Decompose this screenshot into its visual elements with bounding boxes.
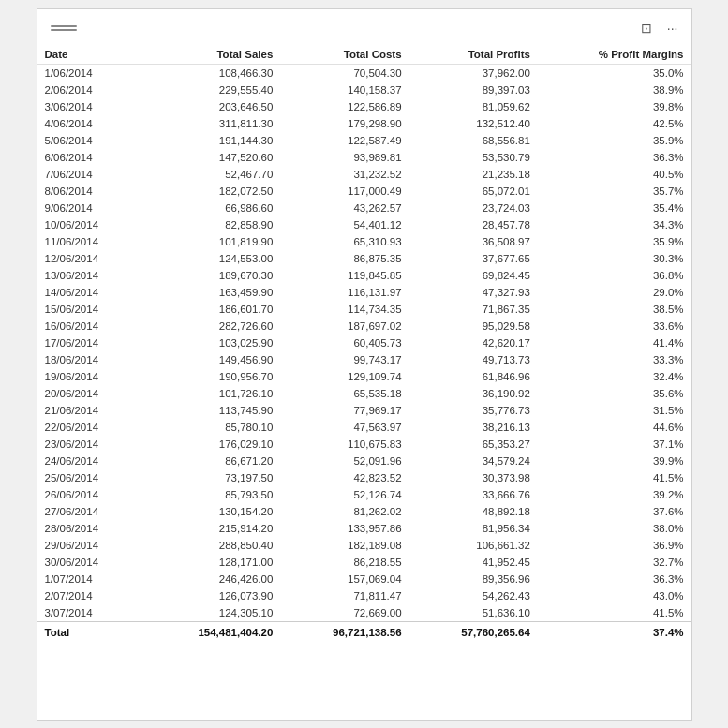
table-row: 17/06/2014103,025.9060,405.7342,620.1741… — [37, 334, 691, 351]
table-row: 24/06/201486,671.2052,091.9634,579.2439.… — [37, 453, 691, 469]
table-cell: 15/06/2014 — [37, 301, 143, 318]
table-cell: 82,858.90 — [142, 216, 280, 233]
table-cell: 99,743.17 — [280, 351, 409, 368]
col-profit-margins: % Profit Margins — [538, 43, 691, 65]
table-cell: 13/06/2014 — [37, 267, 143, 284]
table-cell: 21,235.18 — [409, 166, 538, 183]
table-cell: 117,000.49 — [280, 183, 409, 200]
table-cell: 77,969.17 — [280, 402, 409, 419]
table-cell: 39.8% — [538, 98, 691, 115]
table-cell: 22/06/2014 — [37, 419, 143, 436]
table-cell: 65,310.93 — [280, 233, 409, 250]
table-cell: 89,356.96 — [409, 571, 538, 587]
table-cell: 176,029.10 — [142, 436, 280, 453]
table-cell: 10/06/2014 — [37, 216, 143, 233]
table-cell: 36.9% — [538, 537, 691, 554]
table-row: 5/06/2014191,144.30122,587.4968,556.8135… — [37, 132, 691, 149]
table-cell: 37.6% — [538, 503, 691, 520]
table-row: 28/06/2014215,914.20133,957.8681,956.343… — [37, 520, 691, 537]
table-cell: 29.0% — [538, 284, 691, 301]
table-cell: 19/06/2014 — [37, 368, 143, 385]
table-cell: 54,262.43 — [409, 587, 538, 604]
table-cell: 126,073.90 — [142, 587, 280, 604]
table-cell: 42,823.52 — [280, 469, 409, 486]
table-row: 11/06/2014101,819.9065,310.9336,508.9735… — [37, 233, 691, 250]
table-cell: 49,713.73 — [409, 351, 538, 368]
table-cell: 65,072.01 — [409, 183, 538, 200]
table-cell: 190,956.70 — [142, 368, 280, 385]
table-row: 23/06/2014176,029.10110,675.8365,353.273… — [37, 436, 691, 453]
table-cell: 191,144.30 — [142, 132, 280, 149]
table-cell: 26/06/2014 — [37, 486, 143, 503]
table-cell: 2/07/2014 — [37, 587, 143, 604]
table-header-row: Date Total Sales Total Costs Total Profi… — [37, 43, 691, 65]
table-cell: 85,793.50 — [142, 486, 280, 503]
table-cell: 101,726.10 — [142, 385, 280, 402]
table-cell: 4/06/2014 — [37, 115, 143, 132]
table-cell: 41.5% — [538, 604, 691, 622]
table-cell: 28,457.78 — [409, 216, 538, 233]
footer-cell: 57,760,265.64 — [409, 621, 538, 643]
table-cell: 140,158.37 — [280, 82, 409, 98]
table-cell: 86,671.20 — [142, 453, 280, 469]
table-cell: 157,069.04 — [280, 571, 409, 587]
table-cell: 149,456.90 — [142, 351, 280, 368]
table-cell: 25/06/2014 — [37, 469, 143, 486]
table-row: 20/06/2014101,726.1065,535.1836,190.9235… — [37, 385, 691, 402]
table-cell: 35.4% — [538, 200, 691, 216]
table-cell: 1/07/2014 — [37, 571, 143, 587]
table-container[interactable]: Date Total Sales Total Costs Total Profi… — [37, 43, 691, 720]
table-cell: 36,190.92 — [409, 385, 538, 402]
table-cell: 37.1% — [538, 436, 691, 453]
table-row: 2/06/2014229,555.40140,158.3789,397.0338… — [37, 82, 691, 98]
table-row: 3/06/2014203,646.50122,586.8981,059.6239… — [37, 98, 691, 115]
expand-icon[interactable]: ⊡ — [637, 19, 656, 37]
table-row: 21/06/2014113,745.9077,969.1735,776.7331… — [37, 402, 691, 419]
table-cell: 35.0% — [538, 64, 691, 82]
table-cell: 3/07/2014 — [37, 604, 143, 622]
table-cell: 20/06/2014 — [37, 385, 143, 402]
table-cell: 85,780.10 — [142, 419, 280, 436]
table-cell: 282,726.60 — [142, 318, 280, 334]
table-row: 10/06/201482,858.9054,401.1228,457.7834.… — [37, 216, 691, 233]
footer-cell: Total — [37, 621, 143, 643]
table-cell: 44.6% — [538, 419, 691, 436]
table-cell: 32.7% — [538, 554, 691, 571]
table-cell: 81,956.34 — [409, 520, 538, 537]
table-footer-row: Total154,481,404.2096,721,138.5657,760,2… — [37, 621, 691, 643]
table-cell: 1/06/2014 — [37, 64, 143, 82]
table-cell: 61,846.96 — [409, 368, 538, 385]
table-cell: 30.3% — [538, 250, 691, 267]
table-cell: 106,661.32 — [409, 537, 538, 554]
table-cell: 38.9% — [538, 82, 691, 98]
table-cell: 27/06/2014 — [37, 503, 143, 520]
table-row: 14/06/2014163,459.90116,131.9747,327.932… — [37, 284, 691, 301]
footer-cell: 154,481,404.20 — [142, 621, 280, 643]
table-cell: 23/06/2014 — [37, 436, 143, 453]
table-cell: 36.3% — [538, 571, 691, 587]
table-cell: 215,914.20 — [142, 520, 280, 537]
table-cell: 124,305.10 — [142, 604, 280, 622]
table-cell: 31.5% — [538, 402, 691, 419]
table-cell: 43,262.57 — [280, 200, 409, 216]
table-cell: 52,467.70 — [142, 166, 280, 183]
table-cell: 18/06/2014 — [37, 351, 143, 368]
table-cell: 110,675.83 — [280, 436, 409, 453]
table-cell: 69,824.45 — [409, 267, 538, 284]
table-cell: 311,811.30 — [142, 115, 280, 132]
col-date: Date — [37, 43, 143, 65]
table-row: 2/07/2014126,073.9071,811.4754,262.4343.… — [37, 587, 691, 604]
table-cell: 86,875.35 — [280, 250, 409, 267]
table-cell: 124,553.00 — [142, 250, 280, 267]
table-cell: 30/06/2014 — [37, 554, 143, 571]
table-body: 1/06/2014108,466.3070,504.3037,962.0035.… — [37, 64, 691, 621]
table-cell: 32.4% — [538, 368, 691, 385]
data-table: Date Total Sales Total Costs Total Profi… — [37, 43, 691, 643]
table-cell: 72,669.00 — [280, 604, 409, 622]
table-row: 1/07/2014246,426.00157,069.0489,356.9636… — [37, 571, 691, 587]
table-cell: 37,962.00 — [409, 64, 538, 82]
table-cell: 7/06/2014 — [37, 166, 143, 183]
more-options-icon[interactable]: ··· — [663, 19, 682, 37]
table-cell: 17/06/2014 — [37, 334, 143, 351]
drag-handle[interactable] — [47, 22, 81, 35]
